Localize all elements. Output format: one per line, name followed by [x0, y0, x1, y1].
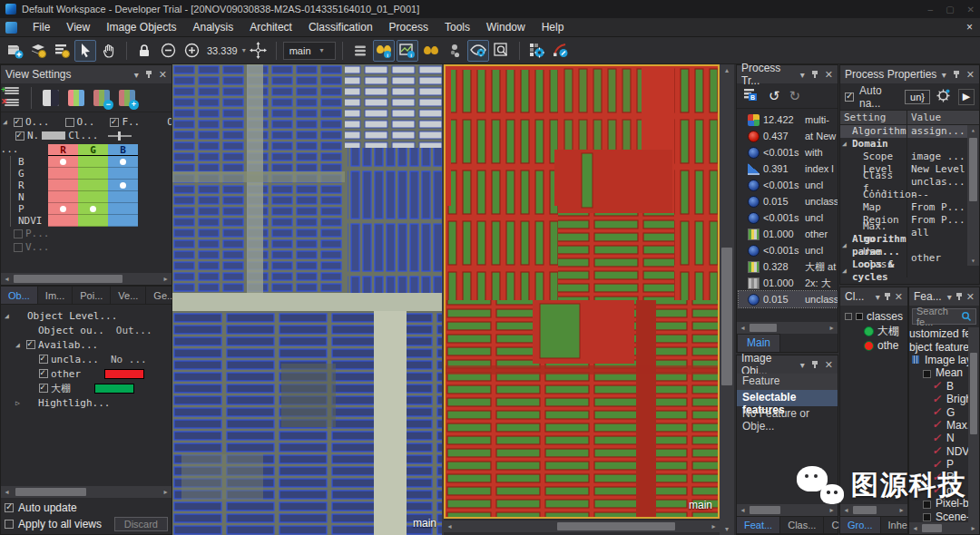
tree-row[interactable]: other: [3, 366, 170, 381]
band-cell[interactable]: [78, 215, 108, 227]
pin-icon[interactable]: [956, 292, 963, 301]
zoom-level-value[interactable]: 33.339: [204, 45, 240, 56]
tree-row[interactable]: uncla... No ...: [3, 352, 170, 366]
menu-item[interactable]: File: [24, 19, 58, 35]
feature-hscrollbar[interactable]: ◂▸: [909, 522, 979, 534]
apply-all-views-checkbox[interactable]: [5, 520, 14, 529]
class-row[interactable]: 大棚: [842, 324, 906, 338]
layer-mixing-icon[interactable]: [349, 40, 371, 62]
band-cell[interactable]: [108, 168, 138, 180]
map-view-right-active[interactable]: main: [444, 64, 720, 519]
tree-row[interactable]: 大棚: [3, 381, 170, 395]
band-cell[interactable]: [108, 156, 138, 168]
menu-item[interactable]: Analysis: [185, 19, 242, 35]
property-row[interactable]: Algorithm assign...: [840, 125, 979, 138]
property-row[interactable]: Class f... unclas...: [840, 176, 979, 189]
scroll-left-icon[interactable]: ◂: [1, 275, 13, 283]
process-node[interactable]: <0.001s uncl: [739, 209, 838, 226]
document-close-icon[interactable]: ×: [966, 21, 973, 34]
dropdown-icon[interactable]: ▾: [942, 70, 946, 80]
pin-icon[interactable]: [145, 70, 152, 79]
band-cell[interactable]: [48, 180, 78, 191]
gray-swatch[interactable]: [42, 131, 65, 140]
classes-root-row[interactable]: classes: [842, 309, 906, 324]
process-node[interactable]: <0.001s with: [739, 144, 838, 160]
menu-item[interactable]: Image Objects: [98, 19, 184, 35]
close-panel-icon[interactable]: ✕: [159, 69, 167, 81]
band-cell[interactable]: [48, 215, 78, 227]
checkbox[interactable]: [39, 355, 48, 364]
image-object-info-title[interactable]: Image Obj... ▾✕: [737, 355, 838, 374]
three-layer-rgb-icon[interactable]: [65, 87, 87, 109]
process-tree-main-tab[interactable]: Main: [737, 334, 780, 352]
band-cell[interactable]: [48, 156, 78, 168]
image-object-tab[interactable]: Feat...: [737, 517, 780, 533]
checkbox[interactable]: [39, 369, 48, 378]
map-view-combo[interactable]: main ▾: [283, 42, 336, 60]
dropdown-icon[interactable]: ▾: [947, 292, 952, 302]
select-cursor-icon[interactable]: [74, 40, 96, 62]
scroll-right-icon[interactable]: ▸: [896, 506, 907, 514]
feature-view-title[interactable]: Fea... ▾✕: [909, 287, 979, 306]
class-row[interactable]: othe: [842, 338, 906, 353]
execute-play-button[interactable]: ▶: [958, 89, 975, 105]
single-layer-grayscale-icon[interactable]: [40, 87, 62, 109]
process-node[interactable]: 01.000 other: [739, 226, 838, 242]
samples-icon[interactable]: [444, 40, 466, 62]
checkbox[interactable]: [14, 118, 23, 127]
property-row[interactable]: Condition ---: [840, 189, 979, 201]
class-color-swatch[interactable]: [104, 369, 144, 379]
property-row[interactable]: Level New Level: [840, 163, 979, 176]
scroll-left-icon[interactable]: ◂: [444, 522, 456, 530]
property-row[interactable]: Region From P...: [840, 214, 979, 227]
band-cell[interactable]: [108, 191, 138, 203]
checkbox[interactable]: [110, 118, 119, 127]
band-cell[interactable]: [78, 203, 108, 215]
menu-item[interactable]: View: [58, 19, 98, 35]
dropdown-icon[interactable]: ▾: [876, 292, 880, 302]
auto-name-checkbox[interactable]: [845, 92, 854, 102]
layer-tab[interactable]: Ve...: [111, 287, 146, 304]
layer-tab[interactable]: Im...: [38, 287, 73, 304]
object-levels-hscrollbar[interactable]: ◂▸: [1, 486, 172, 498]
view-settings-eye-icon[interactable]: [467, 40, 489, 62]
dropdown-icon[interactable]: ▾: [800, 70, 805, 80]
pin-icon[interactable]: [811, 70, 818, 79]
add-view-setting-icon[interactable]: +: [5, 87, 19, 97]
close-panel-icon[interactable]: ✕: [966, 69, 975, 81]
layer-tab[interactable]: Poi...: [73, 287, 111, 304]
band-cell[interactable]: [48, 203, 78, 215]
band-cell[interactable]: [78, 168, 108, 180]
delete-view-setting-icon[interactable]: ✕: [5, 99, 19, 109]
process-profiler-icon[interactable]: B: [742, 87, 760, 105]
process-node[interactable]: 12.422 multi-: [739, 112, 838, 128]
checkbox[interactable]: [26, 340, 35, 349]
class-hierarchy-title[interactable]: Cl... ▾✕: [840, 287, 907, 306]
pan-hand-icon[interactable]: [98, 40, 120, 62]
process-node[interactable]: 0.015 unclass: [739, 291, 838, 307]
close-panel-icon[interactable]: ✕: [966, 291, 975, 303]
scroll-right-icon[interactable]: ▸: [708, 522, 720, 530]
algorithm-settings-gear-icon[interactable]: [936, 88, 951, 106]
render-option[interactable]: O...: [144, 116, 172, 128]
scroll-down-icon[interactable]: ▾: [967, 257, 979, 265]
scroll-left-icon[interactable]: ◂: [737, 324, 749, 332]
property-row[interactable]: Domain: [840, 138, 979, 151]
band-assignment-table[interactable]: R G B: [48, 144, 138, 227]
render-option[interactable]: O...: [3, 116, 50, 128]
band-cell[interactable]: [108, 180, 138, 191]
open-workspace-icon[interactable]: [4, 40, 25, 62]
expand-icon[interactable]: [5, 312, 13, 320]
scroll-left-icon[interactable]: ◂: [1, 488, 13, 496]
expand-icon[interactable]: [15, 341, 24, 349]
menu-item[interactable]: Classification: [300, 19, 381, 35]
band-cell[interactable]: [78, 156, 108, 168]
minimize-icon[interactable]: –: [928, 5, 934, 15]
process-node[interactable]: <0.001s uncl: [739, 242, 838, 258]
name-field[interactable]: un}: [905, 90, 930, 104]
process-node[interactable]: 0.328 大棚 at: [739, 258, 838, 275]
checkbox[interactable]: [65, 118, 74, 127]
map-view-left[interactable]: main: [172, 64, 442, 535]
scroll-up-icon[interactable]: ▴: [720, 66, 734, 74]
expand-box-icon[interactable]: [845, 313, 852, 320]
